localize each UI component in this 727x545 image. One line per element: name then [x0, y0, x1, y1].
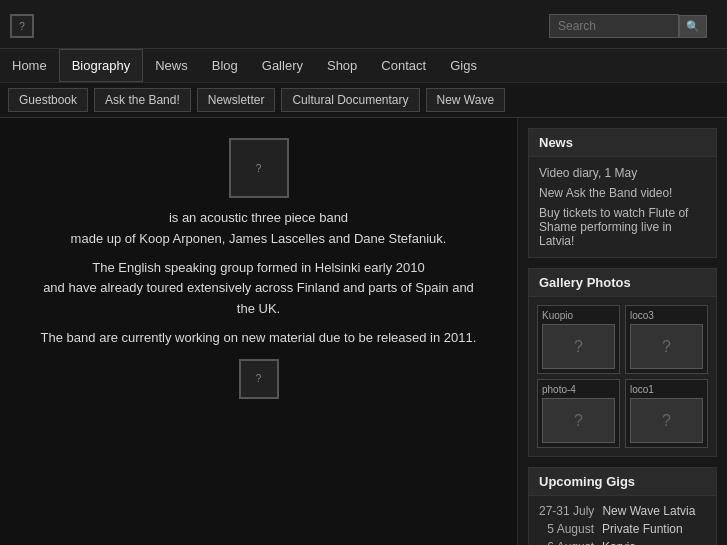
- gallery-thumb-3[interactable]: loco1 ?: [625, 379, 708, 448]
- sidebar-gallery-title: Gallery Photos: [529, 269, 716, 297]
- gallery-label-2: photo-4: [542, 384, 615, 395]
- search-button[interactable]: 🔍: [679, 15, 707, 38]
- main-nav: Home Biography News Blog Gallery Shop Co…: [0, 48, 727, 118]
- sidebar: News Video diary, 1 May New Ask the Band…: [517, 118, 727, 545]
- news-item-0[interactable]: Video diary, 1 May: [539, 163, 706, 183]
- nav-news[interactable]: News: [143, 50, 200, 81]
- nav-blog[interactable]: Blog: [200, 50, 250, 81]
- band-image-top: ?: [229, 138, 289, 198]
- gig-venue-0: New Wave Latvia: [602, 504, 695, 518]
- gallery-img-1: ?: [630, 324, 703, 369]
- header: ? 🔍: [0, 0, 727, 48]
- gig-venue-2: Karvia: [602, 540, 636, 545]
- gallery-label-1: loco3: [630, 310, 703, 321]
- band-desc-line4: and have already toured extensively acro…: [43, 280, 474, 316]
- nav-newsletter[interactable]: Newsletter: [197, 88, 276, 112]
- gallery-thumb-2[interactable]: photo-4 ?: [537, 379, 620, 448]
- gallery-grid: Kuopio ? loco3 ? photo-4 ? loco1 ?: [529, 297, 716, 456]
- nav-gallery[interactable]: Gallery: [250, 50, 315, 81]
- sidebar-gigs-title: Upcoming Gigs: [529, 468, 716, 496]
- logo-area: ?: [10, 14, 70, 38]
- gallery-img-2: ?: [542, 398, 615, 443]
- sidebar-news-content: Video diary, 1 May New Ask the Band vide…: [529, 157, 716, 257]
- sidebar-news-section: News Video diary, 1 May New Ask the Band…: [528, 128, 717, 258]
- gallery-img-0: ?: [542, 324, 615, 369]
- gallery-thumb-1[interactable]: loco3 ?: [625, 305, 708, 374]
- gallery-img-3: ?: [630, 398, 703, 443]
- gig-row-2: 6 August Karvia: [539, 538, 706, 545]
- content-wrapper: ? is an acoustic three piece band made u…: [0, 118, 727, 545]
- nav-new-wave[interactable]: New Wave: [426, 88, 506, 112]
- band-desc-line3: The English speaking group formed in Hel…: [92, 260, 424, 275]
- sidebar-gigs-section: Upcoming Gigs 27-31 July New Wave Latvia…: [528, 467, 717, 545]
- gig-date-0: 27-31 July: [539, 504, 594, 518]
- gig-date-1: 5 August: [539, 522, 594, 536]
- band-desc-line1: is an acoustic three piece band: [169, 210, 348, 225]
- gig-venue-1: Private Funtion: [602, 522, 683, 536]
- logo-icon: ?: [10, 14, 34, 38]
- band-desc-line2: made up of Koop Arponen, James Lascelles…: [71, 231, 447, 246]
- nav-shop[interactable]: Shop: [315, 50, 369, 81]
- band-image-bottom: ?: [239, 359, 279, 399]
- gig-date-2: 6 August: [539, 540, 594, 545]
- band-description: is an acoustic three piece band made up …: [39, 208, 479, 349]
- sidebar-gallery-section: Gallery Photos Kuopio ? loco3 ? photo-4 …: [528, 268, 717, 457]
- nav-row1: Home Biography News Blog Gallery Shop Co…: [0, 49, 727, 82]
- nav-row2: Guestbook Ask the Band! Newsletter Cultu…: [0, 82, 727, 117]
- gallery-label-3: loco1: [630, 384, 703, 395]
- gig-row-1: 5 August Private Funtion: [539, 520, 706, 538]
- nav-home[interactable]: Home: [0, 50, 59, 81]
- main-content: ? is an acoustic three piece band made u…: [0, 118, 517, 545]
- news-item-2[interactable]: Buy tickets to watch Flute of Shame perf…: [539, 203, 706, 251]
- nav-ask-the-band[interactable]: Ask the Band!: [94, 88, 191, 112]
- band-desc-line5: The band are currently working on new ma…: [41, 330, 477, 345]
- sidebar-gigs-content: 27-31 July New Wave Latvia 5 August Priv…: [529, 496, 716, 545]
- nav-contact[interactable]: Contact: [369, 50, 438, 81]
- gallery-thumb-0[interactable]: Kuopio ?: [537, 305, 620, 374]
- search-input[interactable]: [549, 14, 679, 38]
- gallery-label-0: Kuopio: [542, 310, 615, 321]
- search-area: 🔍: [539, 8, 717, 44]
- nav-guestbook[interactable]: Guestbook: [8, 88, 88, 112]
- nav-cultural-documentary[interactable]: Cultural Documentary: [281, 88, 419, 112]
- gig-row-0: 27-31 July New Wave Latvia: [539, 502, 706, 520]
- sidebar-news-title: News: [529, 129, 716, 157]
- nav-biography[interactable]: Biography: [59, 49, 144, 82]
- news-item-1[interactable]: New Ask the Band video!: [539, 183, 706, 203]
- nav-gigs[interactable]: Gigs: [438, 50, 489, 81]
